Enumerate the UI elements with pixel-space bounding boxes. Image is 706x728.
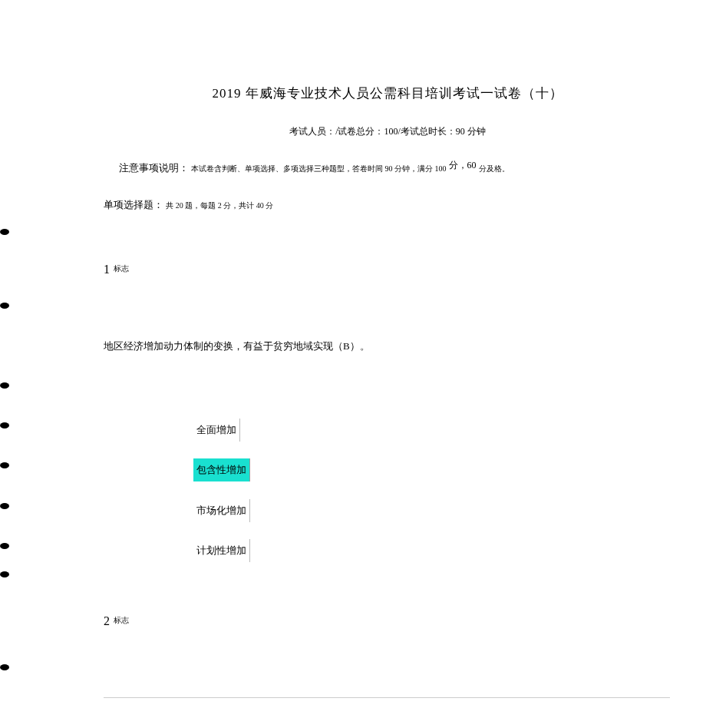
question-2-header: 2 标志 — [104, 614, 671, 628]
question-number: 1 — [104, 263, 110, 276]
option-a[interactable]: 全面增加 — [193, 419, 240, 442]
bullet-icon — [0, 303, 9, 309]
bullet-icon — [0, 571, 9, 577]
question-1-header: 1 标志 — [104, 263, 671, 276]
section-label: 单项选择题： 共 20 题，每题 2 分，共计 40 分 — [104, 198, 671, 212]
bullet-icon — [0, 382, 9, 389]
notice-line: 注意事项说明： 本试卷含判断、单项选择、多项选择三种题型，答卷时间 90 分钟，… — [119, 161, 671, 175]
section-title: 单项选择题： — [104, 199, 163, 210]
question-flag: 标志 — [114, 616, 129, 624]
divider — [104, 697, 670, 698]
bullet-icon — [0, 229, 9, 235]
bullet-icon — [0, 664, 9, 670]
exam-title: 2019 年威海专业技术人员公需科目培训考试一试卷（十） — [104, 84, 671, 102]
bullet-icon — [0, 543, 9, 549]
notice-body-a: 本试卷含判断、单项选择、多项选择三种题型，答卷时间 90 分钟，满分 100 — [191, 164, 447, 173]
notice-body-b: 分及格。 — [479, 164, 510, 173]
question-1-text: 地区经济增加动力体制的变换，有益于贫穷地域实现（B）。 — [104, 339, 671, 353]
option-d[interactable]: 计划性增加 — [193, 539, 250, 562]
question-text: 地区经济增加动力体制的变换，有益于贫穷地域实现（B）。 — [104, 339, 671, 353]
notice-label: 注意事项说明： — [119, 162, 189, 174]
section-detail: 共 20 题，每题 2 分，共计 40 分 — [166, 201, 273, 210]
document-body: 2019 年威海专业技术人员公需科目培训考试一试卷（十） 考试人员：/试卷总分：… — [104, 0, 671, 227]
bullet-icon — [0, 462, 9, 468]
option-b[interactable]: 包含性增加 — [193, 458, 250, 481]
question-flag: 标志 — [114, 264, 129, 273]
bullet-icon — [0, 503, 9, 509]
question-number: 2 — [104, 614, 110, 627]
option-c[interactable]: 市场化增加 — [193, 499, 250, 522]
exam-meta: 考试人员：/试卷总分：100/考试总时长：90 分钟 — [104, 125, 671, 138]
bullet-icon — [0, 422, 9, 429]
notice-score: 分，60 — [449, 160, 477, 170]
